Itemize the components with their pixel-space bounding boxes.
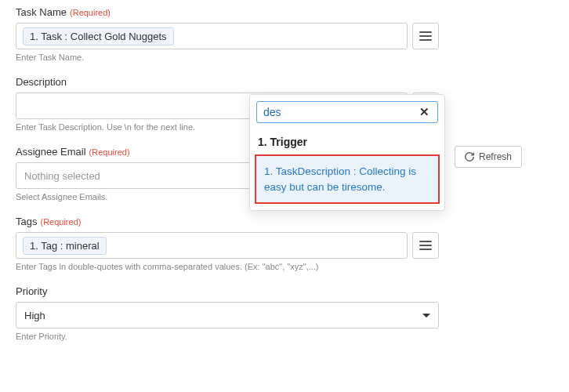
- field-task-name: Task Name (Required) 1. Task : Collect G…: [16, 6, 439, 62]
- task-name-chip[interactable]: 1. Task : Collect Gold Nuggets: [23, 27, 174, 45]
- tags-label: Tags (Required): [16, 216, 439, 227]
- popover-heading: 1. Trigger: [256, 131, 438, 154]
- hamburger-icon: [419, 240, 432, 251]
- tags-input[interactable]: 1. Tag : mineral: [16, 232, 408, 259]
- popover-search-box[interactable]: ✕: [256, 101, 438, 123]
- form-container: Task Name (Required) 1. Task : Collect G…: [16, 6, 569, 341]
- chevron-down-icon: [422, 314, 430, 318]
- tags-menu-button[interactable]: [412, 232, 439, 259]
- label-text: Assignee Email: [16, 146, 86, 158]
- priority-helper: Enter Priority.: [16, 332, 439, 341]
- priority-label: Priority: [16, 285, 439, 297]
- clear-search-icon[interactable]: ✕: [418, 105, 431, 119]
- popover-variable-item[interactable]: 1. TaskDescription : Collecting is easy …: [255, 154, 440, 204]
- label-text: Tags: [16, 216, 37, 227]
- refresh-icon: [465, 152, 474, 162]
- hamburger-icon: [419, 31, 432, 42]
- priority-value: High: [24, 310, 45, 321]
- tags-helper: Enter Tags in double-quotes with comma-s…: [16, 262, 439, 271]
- tags-chip[interactable]: 1. Tag : mineral: [23, 237, 107, 255]
- label-text: Priority: [16, 285, 47, 297]
- field-priority: Priority High Enter Priority.: [16, 285, 439, 341]
- label-text: Task Name: [16, 6, 67, 18]
- task-name-input[interactable]: 1. Task : Collect Gold Nuggets: [16, 23, 408, 49]
- tags-row: 1. Tag : mineral: [16, 232, 439, 259]
- priority-row: High: [16, 302, 439, 328]
- field-tags: Tags (Required) 1. Tag : mineral Enter T…: [16, 216, 439, 271]
- popover-search-input[interactable]: [263, 106, 418, 118]
- task-name-helper: Enter Task Name.: [16, 53, 439, 62]
- priority-select[interactable]: High: [16, 302, 439, 328]
- task-name-row: 1. Task : Collect Gold Nuggets: [16, 23, 439, 49]
- required-tag: (Required): [89, 147, 130, 157]
- required-tag: (Required): [40, 217, 81, 227]
- label-text: Description: [16, 76, 67, 88]
- description-label: Description: [16, 76, 439, 88]
- refresh-label: Refresh: [479, 151, 512, 162]
- task-name-menu-button[interactable]: [412, 23, 439, 49]
- required-tag: (Required): [70, 8, 111, 17]
- task-name-label: Task Name (Required): [16, 6, 439, 18]
- refresh-button[interactable]: Refresh: [455, 146, 522, 168]
- assignee-email-placeholder: Nothing selected: [24, 170, 100, 182]
- variable-popover: ✕ 1. Trigger 1. TaskDescription : Collec…: [249, 94, 445, 211]
